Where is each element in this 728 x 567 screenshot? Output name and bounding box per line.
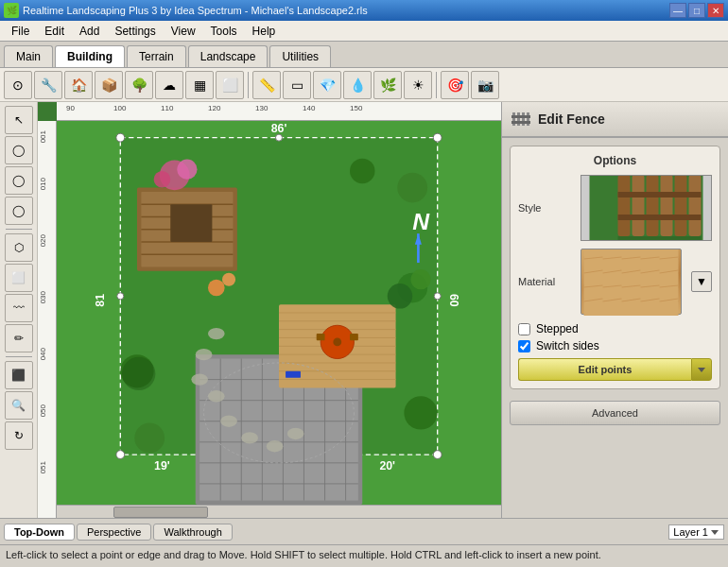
toolbar-tool-10[interactable]: 💎 xyxy=(313,71,341,99)
left-toolbar: ↖◯◯◯⬡⬜〰✏⬛🔍↻ xyxy=(0,102,38,518)
advanced-button[interactable]: Advanced xyxy=(510,401,720,425)
menu-item-tools[interactable]: Tools xyxy=(203,23,245,40)
svg-text:60: 60 xyxy=(447,294,460,307)
svg-text:20': 20' xyxy=(379,459,395,472)
maximize-button[interactable]: □ xyxy=(688,3,705,18)
svg-marker-102 xyxy=(698,368,705,372)
svg-rect-90 xyxy=(661,175,673,236)
svg-point-58 xyxy=(220,416,237,427)
svg-point-63 xyxy=(196,349,213,360)
svg-point-69 xyxy=(208,280,225,297)
menu-item-file[interactable]: File xyxy=(4,23,37,40)
menu-item-edit[interactable]: Edit xyxy=(37,23,72,40)
svg-point-70 xyxy=(222,273,235,286)
toolbar-tool-11[interactable]: 💧 xyxy=(343,71,372,99)
svg-text:81: 81 xyxy=(94,294,107,307)
canvas-area[interactable]: 90 100 110 120 130 140 150 001 010 020 0… xyxy=(38,102,501,518)
toolbar-tool-8[interactable]: 📏 xyxy=(252,71,281,99)
horizontal-scrollbar[interactable] xyxy=(57,505,501,518)
ruler-vertical: 001 010 020 030 040 050 051 xyxy=(38,121,57,518)
svg-rect-94 xyxy=(618,215,702,220)
panel-title: Edit Fence xyxy=(538,112,605,127)
left-tool-4[interactable]: ⬡ xyxy=(5,233,33,262)
stepped-checkbox[interactable] xyxy=(518,323,530,335)
material-dropdown[interactable]: ▼ xyxy=(691,271,712,292)
material-preview[interactable] xyxy=(581,249,682,315)
left-tool-2[interactable]: ◯ xyxy=(5,166,33,195)
svg-text:86': 86' xyxy=(271,122,287,135)
layer-label: Layer 1 xyxy=(673,526,708,538)
toolbar-tool-0[interactable]: ⊙ xyxy=(4,71,32,99)
left-tool-1[interactable]: ◯ xyxy=(5,136,33,164)
tab-terrain[interactable]: Terrain xyxy=(127,45,186,67)
close-button[interactable]: ✕ xyxy=(707,3,724,18)
toolbar-tool-6[interactable]: ▦ xyxy=(185,71,214,99)
svg-point-75 xyxy=(134,423,165,454)
svg-rect-88 xyxy=(633,175,645,236)
perspective-button[interactable]: Perspective xyxy=(77,524,151,541)
toolbar-tool-9[interactable]: ▭ xyxy=(283,71,311,99)
tab-building[interactable]: Building xyxy=(55,45,125,67)
top-down-button[interactable]: Top-Down xyxy=(4,524,75,541)
toolbar-tool-1[interactable]: 🔧 xyxy=(34,71,62,99)
svg-point-45 xyxy=(333,337,341,346)
svg-point-6 xyxy=(433,451,442,459)
edit-points-button-group[interactable]: Edit points xyxy=(518,358,712,381)
toolbar-tool-12[interactable]: 🌿 xyxy=(373,71,402,99)
svg-point-72 xyxy=(410,269,430,289)
menu-item-help[interactable]: Help xyxy=(245,23,284,40)
options-box: Options Style xyxy=(510,146,720,389)
statusbar: Left-click to select a point or edge and… xyxy=(0,544,728,563)
toolbar-tool-15[interactable]: 📷 xyxy=(471,71,499,99)
switch-sides-checkbox[interactable] xyxy=(518,340,530,352)
left-tool-3[interactable]: ◯ xyxy=(5,197,33,225)
tab-landscape[interactable]: Landscape xyxy=(188,45,269,67)
left-toolbar-separator xyxy=(6,229,32,230)
style-row: Style xyxy=(518,175,712,241)
menu-item-add[interactable]: Add xyxy=(72,23,107,40)
toolbar-separator xyxy=(248,72,249,98)
left-tool-7[interactable]: ✏ xyxy=(5,324,33,352)
layer-selector[interactable]: Layer 1 xyxy=(668,524,724,540)
svg-point-60 xyxy=(267,440,284,452)
svg-point-78 xyxy=(350,159,374,183)
toolbar-tool-14[interactable]: 🎯 xyxy=(441,71,469,99)
edit-points-dropdown[interactable] xyxy=(691,358,712,381)
walkthrough-button[interactable]: Walkthrough xyxy=(153,524,232,541)
toolbar-tool-3[interactable]: 📦 xyxy=(95,71,123,99)
tab-main[interactable]: Main xyxy=(4,45,53,67)
toolbar-tool-5[interactable]: ☁ xyxy=(155,71,183,99)
landscape-canvas[interactable]: 86' 60 20' 19' 81 N xyxy=(57,121,501,505)
stepped-row: Stepped xyxy=(518,322,712,335)
left-tool-5[interactable]: ⬜ xyxy=(5,264,33,292)
toolbar-tool-13[interactable]: ☀ xyxy=(404,71,432,99)
svg-point-77 xyxy=(397,173,427,203)
menu-item-view[interactable]: View xyxy=(164,23,203,40)
left-tool-0[interactable]: ↖ xyxy=(5,106,33,134)
svg-rect-91 xyxy=(675,175,687,236)
left-toolbar-separator xyxy=(6,356,32,357)
svg-rect-55 xyxy=(170,204,212,242)
menu-item-settings[interactable]: Settings xyxy=(107,23,163,40)
left-tool-6[interactable]: 〰 xyxy=(5,294,33,322)
svg-point-79 xyxy=(122,357,155,390)
minimize-button[interactable]: — xyxy=(669,3,686,18)
fence-icon xyxy=(511,108,530,130)
svg-rect-92 xyxy=(689,175,702,236)
toolbar-tool-4[interactable]: 🌳 xyxy=(125,71,153,99)
left-tool-8[interactable]: ⬛ xyxy=(5,361,33,389)
svg-point-59 xyxy=(241,432,258,443)
tab-utilities[interactable]: Utilities xyxy=(269,45,331,67)
left-tool-9[interactable]: 🔍 xyxy=(5,391,33,420)
svg-rect-85 xyxy=(511,121,530,124)
status-text: Left-click to select a point or edge and… xyxy=(6,549,601,560)
svg-point-57 xyxy=(208,390,225,402)
toolbar-separator xyxy=(436,72,437,98)
toolbar-tool-7[interactable]: ⬜ xyxy=(216,71,244,99)
toolbar-tool-2[interactable]: 🏠 xyxy=(64,71,93,99)
edit-points-main[interactable]: Edit points xyxy=(518,358,691,381)
left-tool-10[interactable]: ↻ xyxy=(5,421,33,450)
style-preview[interactable] xyxy=(581,175,712,241)
svg-point-5 xyxy=(116,451,125,459)
svg-text:19': 19' xyxy=(154,459,170,472)
